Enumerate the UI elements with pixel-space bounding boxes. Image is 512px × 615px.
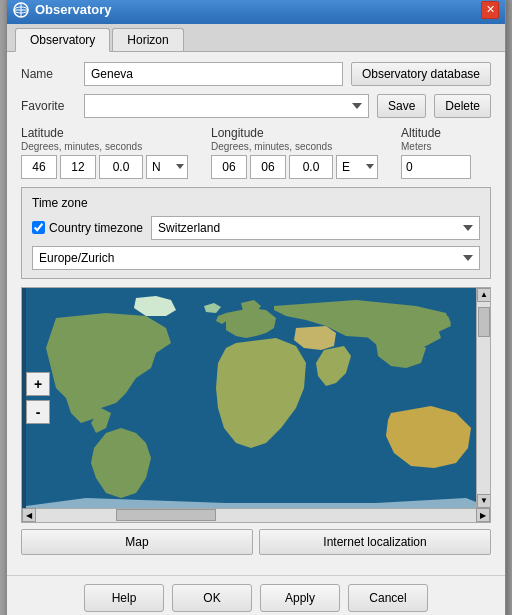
zoom-in-button[interactable]: + [26, 372, 50, 396]
tab-horizon[interactable]: Horizon [112, 28, 183, 51]
ok-button[interactable]: OK [172, 584, 252, 612]
timezone-row1: Country timezone Switzerland France Germ… [32, 216, 480, 240]
longitude-inputs: E W [211, 155, 391, 179]
favorite-label: Favorite [21, 99, 76, 113]
timezone-zone-select[interactable]: Europe/Zurich Europe/Paris Europe/Berlin [32, 246, 480, 270]
longitude-sublabel: Degrees, minutes, seconds [211, 141, 391, 152]
altitude-group: Altitude Meters [401, 126, 491, 179]
lat-dir-select[interactable]: N S [146, 155, 188, 179]
app-icon [13, 2, 29, 18]
map-container: ▲ ▼ + - ◀ ▶ [21, 287, 491, 523]
country-timezone-text: Country timezone [49, 221, 143, 235]
scroll-up-button[interactable]: ▲ [477, 288, 491, 302]
zoom-buttons: + - [26, 372, 50, 424]
close-button[interactable]: ✕ [481, 1, 499, 19]
hscroll-thumb[interactable] [116, 509, 216, 521]
internet-localization-button[interactable]: Internet localization [259, 529, 491, 555]
observatory-db-button[interactable]: Observatory database [351, 62, 491, 86]
title-bar: Observatory ✕ [7, 0, 505, 24]
delete-button[interactable]: Delete [434, 94, 491, 118]
latitude-inputs: N S [21, 155, 201, 179]
name-input[interactable] [84, 62, 343, 86]
timezone-title: Time zone [32, 196, 480, 210]
country-timezone-checkbox[interactable] [32, 221, 45, 234]
map-area[interactable] [22, 288, 490, 508]
latitude-label: Latitude [21, 126, 201, 140]
cancel-button[interactable]: Cancel [348, 584, 428, 612]
lon-min-input[interactable] [250, 155, 286, 179]
altitude-inputs [401, 155, 491, 179]
main-content: Name Observatory database Favorite Save … [7, 52, 505, 575]
lat-deg-input[interactable] [21, 155, 57, 179]
save-button[interactable]: Save [377, 94, 426, 118]
lon-sec-input[interactable] [289, 155, 333, 179]
scroll-right-button[interactable]: ▶ [476, 508, 490, 522]
longitude-group: Longitude Degrees, minutes, seconds E W [211, 126, 391, 179]
window-title: Observatory [35, 2, 112, 17]
name-label: Name [21, 67, 76, 81]
country-timezone-label[interactable]: Country timezone [32, 221, 143, 235]
country-select[interactable]: Switzerland France Germany Italy [151, 216, 480, 240]
hscroll-track [36, 509, 476, 521]
altitude-input[interactable] [401, 155, 471, 179]
scroll-left-button[interactable]: ◀ [22, 508, 36, 522]
lon-dir-select[interactable]: E W [336, 155, 378, 179]
map-button[interactable]: Map [21, 529, 253, 555]
observatory-window: Observatory ✕ Observatory Horizon Name O… [6, 0, 506, 615]
tab-bar: Observatory Horizon [7, 24, 505, 52]
lat-sec-input[interactable] [99, 155, 143, 179]
timezone-section: Time zone Country timezone Switzerland F… [21, 187, 491, 279]
latitude-group: Latitude Degrees, minutes, seconds N S [21, 126, 201, 179]
lat-min-input[interactable] [60, 155, 96, 179]
zoom-out-button[interactable]: - [26, 400, 50, 424]
scroll-track [477, 302, 490, 494]
apply-button[interactable]: Apply [260, 584, 340, 612]
longitude-label: Longitude [211, 126, 391, 140]
altitude-sublabel: Meters [401, 141, 491, 152]
footer: Help OK Apply Cancel [7, 575, 505, 616]
map-vertical-scrollbar[interactable]: ▲ ▼ [476, 288, 490, 508]
help-button[interactable]: Help [84, 584, 164, 612]
favorite-select[interactable] [84, 94, 369, 118]
scroll-thumb[interactable] [478, 307, 490, 337]
map-outer: ▲ ▼ + - [22, 288, 490, 508]
tab-observatory[interactable]: Observatory [15, 28, 110, 52]
latitude-sublabel: Degrees, minutes, seconds [21, 141, 201, 152]
title-bar-left: Observatory [13, 2, 112, 18]
map-horizontal-scrollbar[interactable]: ◀ ▶ [22, 508, 490, 522]
altitude-label: Altitude [401, 126, 491, 140]
lon-deg-input[interactable] [211, 155, 247, 179]
scroll-down-button[interactable]: ▼ [477, 494, 491, 508]
map-bottom-buttons: Map Internet localization [21, 529, 491, 555]
coordinates-section: Latitude Degrees, minutes, seconds N S L… [21, 126, 491, 179]
name-row: Name Observatory database [21, 62, 491, 86]
favorite-row: Favorite Save Delete [21, 94, 491, 118]
world-map-svg [22, 288, 490, 508]
